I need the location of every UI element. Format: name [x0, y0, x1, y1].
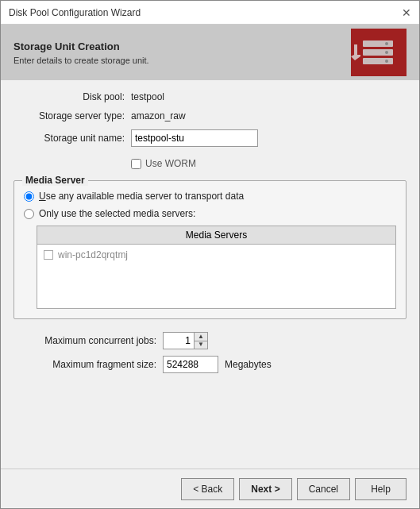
storage-unit-name-label: Storage unit name: — [13, 133, 125, 144]
use-worm-label: Use WORM — [145, 158, 196, 169]
use-worm-checkbox[interactable] — [131, 159, 141, 169]
header-banner: Storage Unit Creation Enter details to c… — [1, 25, 419, 80]
svg-rect-4 — [363, 58, 393, 64]
close-button[interactable]: ✕ — [402, 7, 411, 18]
server-row: win-pc1d2qrqtmj — [40, 248, 392, 262]
footer: < Back Next > Cancel Help — [1, 469, 419, 508]
use-worm-row: Use WORM — [131, 158, 407, 169]
window-title: Disk Pool Configuration Wizard — [9, 7, 141, 18]
banner-icon — [343, 29, 407, 76]
max-fragment-size-label: Maximum fragment size: — [13, 359, 156, 370]
media-server-legend: Media Server — [22, 175, 88, 186]
media-servers-table: Media Servers win-pc1d2qrqtmj — [37, 226, 396, 309]
svg-rect-2 — [363, 40, 393, 47]
storage-unit-name-row: Storage unit name: — [13, 129, 407, 147]
svg-point-6 — [385, 51, 388, 54]
help-button[interactable]: Help — [355, 478, 407, 500]
back-button[interactable]: < Back — [181, 478, 234, 500]
spinner-buttons: ▲ ▼ — [195, 332, 208, 349]
max-concurrent-jobs-label: Maximum concurrent jobs: — [13, 335, 156, 346]
svg-rect-3 — [363, 49, 393, 56]
media-servers-table-body: win-pc1d2qrqtmj — [37, 245, 395, 308]
radio-any-server-label: Use any available media server to transp… — [39, 191, 244, 202]
storage-server-type-row: Storage server type: amazon_raw — [13, 110, 407, 121]
storage-server-type-value: amazon_raw — [131, 110, 186, 121]
megabytes-label: Megabytes — [225, 359, 272, 370]
storage-server-type-label: Storage server type: — [13, 110, 125, 121]
max-concurrent-jobs-row: Maximum concurrent jobs: ▲ ▼ — [13, 332, 407, 349]
server-name: win-pc1d2qrqtmj — [58, 249, 128, 260]
radio-selected-servers-label: Only use the selected media servers: — [39, 208, 195, 219]
server-checkbox[interactable] — [44, 250, 53, 260]
radio-selected-servers-row: Only use the selected media servers: — [24, 208, 396, 219]
disk-pool-row: Disk pool: testpool — [13, 91, 407, 102]
max-fragment-size-input[interactable] — [163, 356, 218, 373]
header-text: Storage Unit Creation Enter details to c… — [13, 40, 149, 65]
content-area: Disk pool: testpool Storage server type:… — [1, 80, 419, 469]
title-bar: Disk Pool Configuration Wizard ✕ — [1, 1, 419, 25]
spinner-up-button[interactable]: ▲ — [195, 333, 207, 341]
storage-unit-name-input[interactable] — [131, 129, 258, 147]
header-subtitle: Enter details to create storage unit. — [13, 56, 149, 65]
disk-pool-value: testpool — [131, 91, 164, 102]
media-servers-table-header: Media Servers — [37, 226, 395, 245]
radio-any-server-row: Use any available media server to transp… — [24, 191, 396, 202]
cancel-button[interactable]: Cancel — [297, 478, 350, 500]
max-fragment-size-row: Maximum fragment size: Megabytes — [13, 356, 407, 373]
spinner-down-button[interactable]: ▼ — [195, 341, 207, 349]
disk-pool-label: Disk pool: — [13, 91, 125, 102]
header-title: Storage Unit Creation — [13, 40, 149, 52]
radio-any-server[interactable] — [24, 191, 34, 202]
next-button[interactable]: Next > — [239, 478, 291, 500]
max-concurrent-jobs-input[interactable] — [163, 332, 195, 349]
svg-point-5 — [385, 42, 388, 45]
main-window: Disk Pool Configuration Wizard ✕ Storage… — [0, 0, 420, 509]
radio-selected-servers[interactable] — [24, 209, 34, 219]
svg-point-7 — [385, 60, 388, 63]
max-concurrent-jobs-spinner: ▲ ▼ — [163, 332, 208, 349]
media-server-group: Media Server Use any available media ser… — [13, 180, 407, 319]
bottom-fields: Maximum concurrent jobs: ▲ ▼ Maximum fra… — [13, 332, 407, 373]
